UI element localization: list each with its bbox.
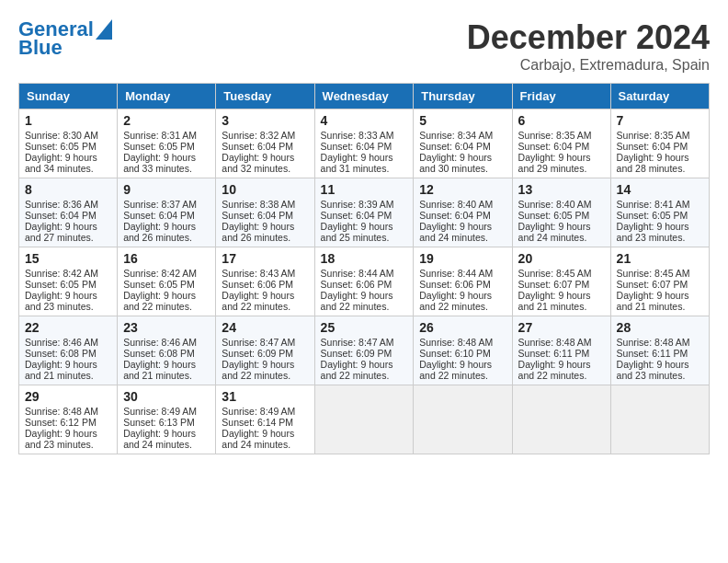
cell-line: Daylight: 9 hours [518, 152, 605, 163]
calendar-week-2: 8Sunrise: 8:36 AMSunset: 6:04 PMDaylight… [19, 178, 710, 247]
cell-line: Sunrise: 8:35 AM [518, 130, 605, 141]
calendar-cell: 1Sunrise: 8:30 AMSunset: 6:05 PMDaylight… [19, 109, 118, 178]
day-number: 30 [123, 389, 210, 404]
day-number: 28 [617, 320, 703, 335]
cell-line: and 31 minutes. [321, 163, 408, 174]
cell-line: Sunset: 6:10 PM [419, 348, 506, 359]
cell-line: and 24 minutes. [123, 439, 210, 450]
cell-line: Daylight: 9 hours [321, 290, 408, 301]
cell-line: Sunset: 6:05 PM [25, 141, 111, 152]
cell-line: Daylight: 9 hours [419, 152, 506, 163]
cell-line: Sunset: 6:09 PM [222, 348, 308, 359]
day-number: 18 [321, 251, 408, 266]
cell-line: Sunrise: 8:32 AM [222, 130, 308, 141]
header-monday: Monday [118, 84, 216, 109]
cell-line: Sunrise: 8:48 AM [25, 406, 111, 417]
day-number: 24 [222, 320, 308, 335]
cell-line: Daylight: 9 hours [222, 221, 308, 232]
title-area: December 2024 Carbajo, Extremadura, Spai… [467, 18, 710, 74]
cell-line: Sunset: 6:04 PM [25, 210, 111, 221]
day-number: 8 [25, 182, 111, 197]
cell-line: Daylight: 9 hours [123, 359, 210, 370]
cell-line: Daylight: 9 hours [419, 221, 506, 232]
cell-line: Daylight: 9 hours [123, 290, 210, 301]
cell-line: Sunset: 6:11 PM [617, 348, 703, 359]
day-number: 16 [123, 251, 210, 266]
calendar-cell: 22Sunrise: 8:46 AMSunset: 6:08 PMDayligh… [19, 316, 118, 385]
calendar-cell: 5Sunrise: 8:34 AMSunset: 6:04 PMDaylight… [414, 109, 512, 178]
cell-line: Daylight: 9 hours [222, 152, 308, 163]
cell-line: Sunset: 6:14 PM [222, 417, 308, 428]
day-number: 3 [222, 113, 308, 128]
cell-line: Sunrise: 8:40 AM [518, 199, 605, 210]
cell-line: Daylight: 9 hours [617, 221, 703, 232]
cell-line: Daylight: 9 hours [222, 359, 308, 370]
day-number: 20 [518, 251, 605, 266]
day-number: 29 [25, 389, 111, 404]
day-number: 23 [123, 320, 210, 335]
day-number: 25 [321, 320, 408, 335]
cell-line: Sunset: 6:04 PM [123, 210, 210, 221]
cell-line: Sunset: 6:05 PM [123, 279, 210, 290]
calendar-cell: 21Sunrise: 8:45 AMSunset: 6:07 PMDayligh… [610, 247, 709, 316]
cell-line: and 21 minutes. [25, 370, 111, 381]
cell-line: Sunrise: 8:44 AM [419, 268, 506, 279]
calendar-cell: 25Sunrise: 8:47 AMSunset: 6:09 PMDayligh… [314, 316, 414, 385]
cell-line: Sunrise: 8:31 AM [123, 130, 210, 141]
header-friday: Friday [512, 84, 610, 109]
cell-line: Sunrise: 8:40 AM [419, 199, 506, 210]
cell-line: and 22 minutes. [419, 301, 506, 312]
cell-line: Sunrise: 8:42 AM [123, 268, 210, 279]
calendar-cell: 27Sunrise: 8:48 AMSunset: 6:11 PMDayligh… [512, 316, 610, 385]
logo: General Blue [18, 18, 112, 59]
day-number: 12 [419, 182, 506, 197]
calendar-week-5: 29Sunrise: 8:48 AMSunset: 6:12 PMDayligh… [19, 385, 710, 454]
calendar-cell: 29Sunrise: 8:48 AMSunset: 6:12 PMDayligh… [19, 385, 118, 454]
calendar-cell: 30Sunrise: 8:49 AMSunset: 6:13 PMDayligh… [118, 385, 216, 454]
cell-line: Sunrise: 8:37 AM [123, 199, 210, 210]
header-thursday: Thursday [414, 84, 512, 109]
calendar-cell: 9Sunrise: 8:37 AMSunset: 6:04 PMDaylight… [118, 178, 216, 247]
day-number: 9 [123, 182, 210, 197]
cell-line: and 21 minutes. [518, 301, 605, 312]
cell-line: Sunset: 6:11 PM [518, 348, 605, 359]
cell-line: Sunset: 6:04 PM [222, 141, 308, 152]
cell-line: and 22 minutes. [518, 370, 605, 381]
cell-line: and 23 minutes. [25, 301, 111, 312]
calendar-cell: 14Sunrise: 8:41 AMSunset: 6:05 PMDayligh… [610, 178, 709, 247]
day-number: 19 [419, 251, 506, 266]
cell-line: and 21 minutes. [617, 301, 703, 312]
cell-line: Sunset: 6:05 PM [123, 141, 210, 152]
calendar-cell: 17Sunrise: 8:43 AMSunset: 6:06 PMDayligh… [216, 247, 314, 316]
cell-line: and 22 minutes. [321, 301, 408, 312]
location-title: Carbajo, Extremadura, Spain [467, 57, 710, 74]
cell-line: Sunrise: 8:34 AM [419, 130, 506, 141]
cell-line: Sunset: 6:13 PM [123, 417, 210, 428]
cell-line: Daylight: 9 hours [617, 359, 703, 370]
cell-line: Daylight: 9 hours [617, 290, 703, 301]
cell-line: Sunset: 6:04 PM [321, 141, 408, 152]
cell-line: Sunset: 6:04 PM [419, 141, 506, 152]
day-number: 1 [25, 113, 111, 128]
day-number: 27 [518, 320, 605, 335]
cell-line: and 22 minutes. [222, 370, 308, 381]
cell-line: Daylight: 9 hours [518, 290, 605, 301]
cell-line: Daylight: 9 hours [518, 221, 605, 232]
cell-line: Sunrise: 8:46 AM [123, 337, 210, 348]
cell-line: Sunrise: 8:45 AM [518, 268, 605, 279]
calendar-cell: 20Sunrise: 8:45 AMSunset: 6:07 PMDayligh… [512, 247, 610, 316]
logo-arrow-icon [96, 19, 112, 40]
cell-line: and 34 minutes. [25, 163, 111, 174]
day-number: 10 [222, 182, 308, 197]
day-number: 21 [617, 251, 703, 266]
cell-line: and 29 minutes. [518, 163, 605, 174]
cell-line: Sunset: 6:06 PM [419, 279, 506, 290]
cell-line: and 27 minutes. [25, 232, 111, 243]
calendar-cell [512, 385, 610, 454]
cell-line: Sunrise: 8:46 AM [25, 337, 111, 348]
day-number: 31 [222, 389, 308, 404]
cell-line: Sunrise: 8:30 AM [25, 130, 111, 141]
cell-line: Daylight: 9 hours [321, 359, 408, 370]
cell-line: Sunset: 6:08 PM [123, 348, 210, 359]
cell-line: Sunrise: 8:45 AM [617, 268, 703, 279]
